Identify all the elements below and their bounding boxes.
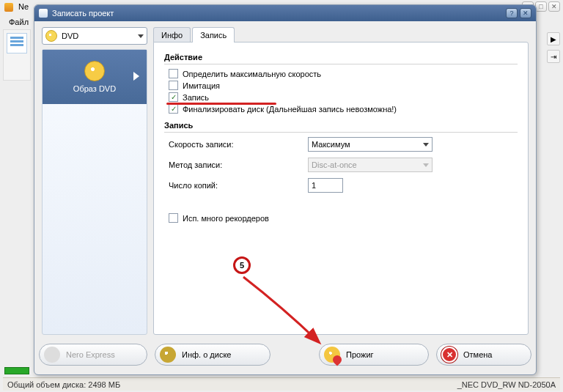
check-detect-speed[interactable]: Определить максимальную скорость xyxy=(169,69,518,78)
close-icon[interactable]: ✕ xyxy=(548,1,560,12)
dialog-titlebar: Записать проект ? ✕ xyxy=(34,5,536,21)
status-right: _NEC DVD_RW ND-2050A xyxy=(457,380,556,389)
speed-select[interactable]: Максимум xyxy=(308,137,433,152)
method-label: Метод записи: xyxy=(169,160,293,169)
check-simulate[interactable]: Имитация xyxy=(169,81,518,90)
document-icon[interactable] xyxy=(7,33,27,53)
copies-value: 1 xyxy=(312,181,316,190)
burn-label: Прожиг xyxy=(346,350,374,359)
app-icon xyxy=(4,3,13,12)
left-tool-strip xyxy=(3,29,31,81)
checkbox-icon xyxy=(169,81,178,90)
chevron-down-icon xyxy=(423,143,429,147)
cancel-icon: ✕ xyxy=(441,347,457,363)
project-card-dvd-image[interactable]: Образ DVD xyxy=(43,50,147,104)
method-select: Disc-at-once xyxy=(308,158,433,172)
check-finalize-label: Финализировать диск (Дальнейшая запись н… xyxy=(183,105,397,114)
annotation-step-number: 5 xyxy=(240,261,244,270)
parent-title-text: Ne xyxy=(18,2,29,11)
tool-play-icon[interactable]: ▶ xyxy=(547,32,560,45)
cancel-button[interactable]: ✕ Отмена xyxy=(436,344,531,366)
speed-value: Максимум xyxy=(312,140,350,149)
section-record: Запись xyxy=(164,121,518,133)
cancel-label: Отмена xyxy=(463,350,492,359)
dvd-disc-icon xyxy=(84,61,105,81)
chevron-down-icon xyxy=(423,163,429,167)
check-simulate-label: Имитация xyxy=(183,81,220,90)
chevron-right-icon xyxy=(133,72,139,81)
capacity-bar xyxy=(4,367,29,374)
tool-step-icon[interactable]: ⇥ xyxy=(547,50,560,63)
menu-file-label: Файл xyxy=(9,18,29,26)
checkbox-icon xyxy=(169,213,178,223)
nero-express-label: Nero Express xyxy=(66,350,115,359)
copies-label: Число копий: xyxy=(169,181,293,190)
checkbox-checked-icon xyxy=(169,104,178,114)
check-multi-recorder[interactable]: Исп. много рекордеров xyxy=(169,213,518,223)
tab-strip: Инфо Запись xyxy=(153,27,236,42)
chevron-down-icon xyxy=(138,34,144,38)
check-finalize[interactable]: Финализировать диск (Дальнейшая запись н… xyxy=(169,104,518,114)
nero-express-button: Nero Express xyxy=(39,344,147,366)
nero-icon xyxy=(44,347,60,363)
help-icon[interactable]: ? xyxy=(506,8,518,18)
project-card-label: Образ DVD xyxy=(73,84,116,93)
method-value: Disc-at-once xyxy=(312,160,357,169)
tab-info-label: Инфо xyxy=(161,31,183,40)
section-action: Действие xyxy=(164,53,518,64)
dialog-close-icon[interactable]: ✕ xyxy=(520,8,531,18)
tab-record[interactable]: Запись xyxy=(192,27,235,42)
tab-record-panel: Действие Определить максимальную скорост… xyxy=(153,42,529,335)
checkbox-checked-icon xyxy=(169,92,178,102)
burn-icon xyxy=(324,347,340,363)
checkbox-icon xyxy=(169,69,178,78)
tab-record-label: Запись xyxy=(200,31,227,40)
parent-window-title: Ne xyxy=(4,2,29,12)
project-list: Образ DVD xyxy=(42,49,147,335)
check-multi-recorder-label: Исп. много рекордеров xyxy=(183,214,269,223)
dialog-button-bar: Nero Express Инф. о диске Прожиг ✕ Отмен… xyxy=(39,341,531,369)
check-record-label: Запись xyxy=(183,93,209,102)
maximize-icon[interactable]: □ xyxy=(535,1,547,12)
burn-dialog: Записать проект ? ✕ DVD Образ DVD Инфо З… xyxy=(34,4,537,375)
burn-button[interactable]: Прожиг xyxy=(319,344,429,366)
disc-type-label: DVD xyxy=(57,32,138,40)
dialog-body: DVD Образ DVD Инфо Запись Действие Опред… xyxy=(39,24,531,338)
tab-info[interactable]: Инфо xyxy=(153,27,191,42)
disc-info-button[interactable]: Инф. о диске xyxy=(155,344,271,366)
right-tool-strip: ▶ ⇥ xyxy=(547,32,560,63)
speed-label: Скорость записи: xyxy=(169,140,293,149)
dialog-title: Записать проект xyxy=(52,9,114,18)
annotation-step-5: 5 xyxy=(233,256,251,274)
menu-file[interactable]: Файл xyxy=(3,15,34,29)
copies-input[interactable]: 1 xyxy=(308,178,343,193)
check-record[interactable]: Запись xyxy=(169,92,518,102)
disc-icon xyxy=(45,30,57,42)
record-settings: Скорость записи: Максимум Метод записи: … xyxy=(169,137,518,193)
disc-info-label: Инф. о диске xyxy=(182,350,231,359)
status-bar: Общий объем диска: 2498 МБ _NEC DVD_RW N… xyxy=(3,377,560,391)
status-left: Общий объем диска: 2498 МБ xyxy=(7,380,120,389)
check-detect-speed-label: Определить максимальную скорость xyxy=(183,70,321,78)
disc-info-icon xyxy=(160,347,176,363)
disc-type-select[interactable]: DVD xyxy=(42,27,147,45)
dialog-icon xyxy=(39,9,48,18)
